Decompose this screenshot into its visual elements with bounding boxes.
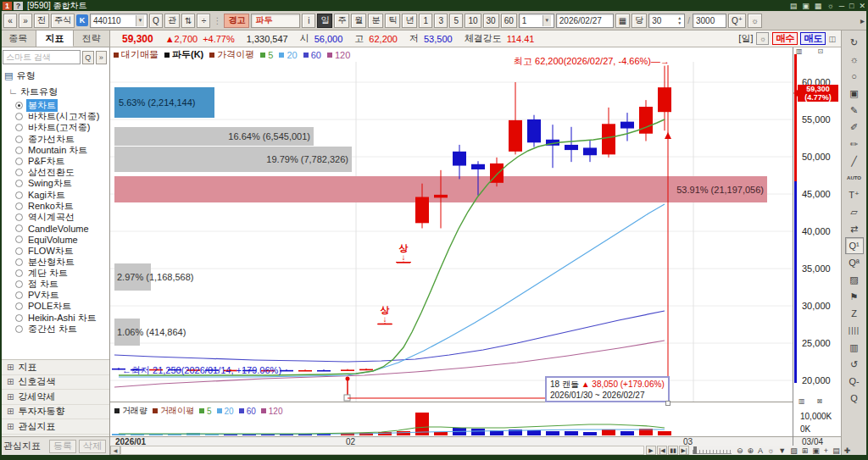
scroll-left-button[interactable]: ◀ [110, 446, 120, 455]
zoom-slider[interactable] [693, 446, 732, 454]
axis-mini-icon[interactable]: ⊡ [818, 47, 824, 55]
period-month-button[interactable]: 월 [351, 14, 366, 28]
sell-button[interactable]: 매도 [800, 32, 826, 45]
axis-mini-icon[interactable]: ▥ [796, 47, 803, 55]
radio-icon[interactable] [15, 269, 23, 277]
chart-type-item[interactable]: 바차트(고저종) [15, 122, 109, 133]
chart-type-item[interactable]: 계단 차트 [15, 268, 109, 279]
chart-type-item[interactable]: EquiVolume [15, 234, 109, 245]
register-button[interactable]: 등록 [49, 440, 76, 453]
help-badge[interactable]: ? [14, 2, 23, 10]
interval-input[interactable]: 1▼ [519, 14, 554, 28]
chart-type-item[interactable]: 바차트(시고저종) [15, 111, 109, 122]
accordion-강세약세[interactable]: ⊞강세약세 [0, 390, 109, 405]
buy-button[interactable]: 매수 [772, 32, 798, 45]
date-input[interactable]: 2026/02/27 [556, 14, 614, 28]
radio-icon[interactable] [15, 136, 23, 143]
radio-icon[interactable] [15, 113, 23, 120]
chart-type-item[interactable]: Renko차트 [15, 201, 109, 212]
zoom-reset-icon[interactable]: Q [845, 390, 864, 407]
grid-icon[interactable]: ⊞ [800, 446, 810, 455]
chart-type-item[interactable]: Kagi차트 [15, 190, 109, 201]
nav-prev-button[interactable]: « [3, 14, 17, 28]
radio-icon[interactable] [15, 224, 23, 232]
all-button[interactable]: 전 [34, 14, 49, 28]
spin-tool-button[interactable]: ÷ [197, 14, 210, 28]
zigzag-tool-icon[interactable]: Z [845, 305, 864, 322]
capture-icon[interactable]: ▦ [815, 2, 822, 10]
asset-type-button[interactable]: 주식 [51, 14, 75, 28]
radio-icon[interactable] [15, 124, 23, 131]
chart-type-item[interactable]: 역시계곡선 [15, 212, 109, 223]
flag-tool-icon[interactable]: ⚑ [845, 288, 864, 305]
compare-tool-icon[interactable]: ⇄ [845, 220, 864, 237]
chart-type-item[interactable]: 중간선 차트 [15, 324, 109, 335]
zoom-out-icon[interactable]: ⊖ [735, 446, 745, 455]
expand-icon[interactable]: ✚ [843, 446, 853, 455]
minimize-icon[interactable]: ─ [839, 2, 844, 10]
min-3-button[interactable]: 3 [434, 14, 448, 28]
radio-icon[interactable] [15, 169, 23, 176]
accordion-투자자동향[interactable]: ⊞투자자동향 [0, 405, 109, 420]
chart-type-item[interactable]: Mountain 차트 [15, 145, 109, 156]
min-5-button[interactable]: 5 [449, 14, 463, 28]
chart-type-item[interactable]: Swing차트 [15, 178, 109, 189]
scroll-track[interactable] [120, 446, 644, 455]
tab-전략[interactable]: 전략 [74, 30, 110, 47]
count-input[interactable]: 30▲▼ [648, 14, 685, 28]
marker-tool-icon[interactable]: ✏ [845, 136, 864, 152]
today-button[interactable]: 당 [632, 14, 647, 28]
radio-icon[interactable] [15, 180, 23, 187]
nav-next-button[interactable]: » [19, 14, 32, 28]
zoom-out-icon[interactable]: Q- [845, 373, 864, 390]
toolbar-overflow-button[interactable]: ▸ [860, 16, 865, 25]
indicator-tool-icon[interactable]: ▨ [845, 271, 864, 288]
scroll-right-button[interactable]: ▶ [646, 446, 656, 455]
radio-icon[interactable] [15, 213, 23, 221]
dropdown-icon[interactable]: ▼ [776, 446, 787, 455]
chart-type-item[interactable]: PV차트 [15, 290, 109, 301]
split-view-icon[interactable]: ◫ [828, 35, 836, 43]
chart-type-item[interactable]: 점 차트 [15, 279, 109, 290]
main-chart-plot[interactable]: 5.63% (2,214,144)16.64% (6,545,001)19.79… [110, 62, 793, 402]
radio-icon[interactable] [15, 280, 23, 288]
collapse-icon[interactable]: » [96, 51, 108, 64]
min-60-button[interactable]: 60 [501, 14, 517, 28]
tree-node-chart-type[interactable]: ㄴ차트유형 [0, 85, 109, 100]
search-icon[interactable]: Q [82, 51, 94, 64]
accordion-관심지표[interactable]: ⊞관심지표 [0, 419, 109, 435]
eraser-tool-icon[interactable]: ▱ [845, 203, 864, 220]
radio-icon[interactable] [15, 247, 23, 255]
period-week-button[interactable]: 주 [334, 14, 349, 28]
pane-mini-icon[interactable]: ⊠ [817, 397, 823, 405]
infobar-gear-icon[interactable]: ☼ [756, 32, 769, 45]
chart-type-item[interactable]: POLE차트 [15, 301, 109, 312]
zoom-area-tool-icon[interactable]: Qª [845, 254, 864, 271]
period-year-button[interactable]: 년 [402, 14, 417, 28]
pane-mini-icon[interactable]: ▥ [798, 397, 805, 405]
min-30-button[interactable]: 30 [483, 14, 499, 28]
title-bar[interactable]: 1 ? [9590] 종합차트 ▤▣▦☼─□✕ [0, 0, 868, 11]
chart-type-item[interactable]: CandleVolume [15, 223, 109, 234]
chart-type-item[interactable]: 삼선전환도 [15, 167, 109, 178]
radio-icon[interactable] [15, 191, 23, 199]
radio-icon[interactable] [15, 236, 23, 243]
radio-icon[interactable] [15, 325, 23, 333]
layout-icon[interactable]: ▣ [802, 2, 810, 10]
tab-지표[interactable]: 지표 [36, 30, 73, 47]
ellipse-tool-icon[interactable]: ○ [845, 68, 864, 85]
min-10-button[interactable]: 10 [465, 14, 481, 28]
info-button[interactable]: i [302, 14, 315, 28]
close-icon[interactable]: ✕ [859, 2, 865, 10]
undo-icon[interactable]: ↺ [845, 356, 864, 373]
pencil-tool-icon[interactable]: ✐ [845, 119, 864, 136]
search-input[interactable] [3, 50, 81, 64]
refresh-icon[interactable]: ↻ [845, 34, 864, 51]
slider-thumb[interactable] [693, 446, 697, 454]
period-day-button[interactable]: 일 [317, 14, 332, 28]
chart-type-item[interactable]: Heikin-Ashi 차트 [15, 313, 109, 324]
chart-type-item[interactable]: FLOW차트 [15, 245, 109, 256]
min-1-button[interactable]: 1 [419, 14, 432, 28]
forward-button[interactable]: ▶| [679, 446, 689, 455]
radio-icon[interactable] [15, 291, 23, 299]
